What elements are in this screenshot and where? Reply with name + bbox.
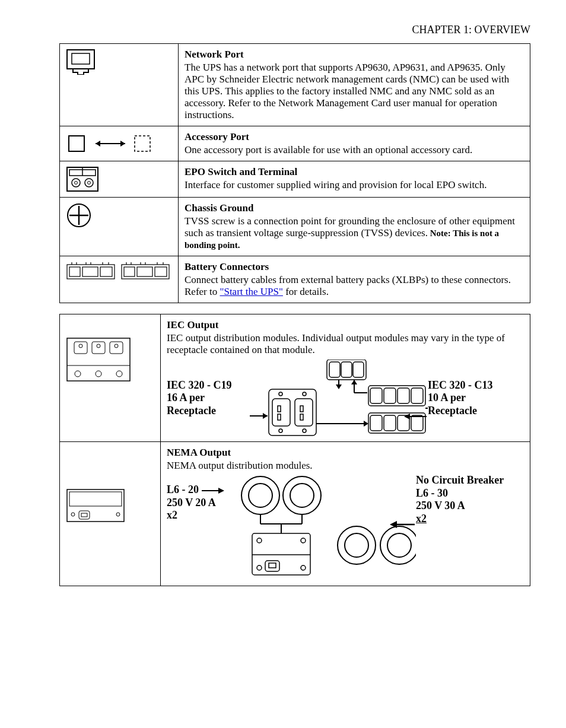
- accessory-swap-icon: [66, 131, 155, 155]
- title-ground: Chassis Ground: [185, 202, 524, 214]
- svg-marker-71: [364, 421, 368, 427]
- svg-point-102: [257, 538, 262, 543]
- epo-terminal-icon: [66, 166, 99, 192]
- arrow-left-icon: [389, 520, 415, 529]
- svg-point-109: [338, 526, 376, 564]
- nema-module-icon: [66, 488, 125, 523]
- svg-rect-55: [272, 399, 290, 426]
- svg-point-43: [115, 344, 118, 348]
- title-accessory: Accessory Port: [185, 131, 524, 143]
- svg-point-110: [345, 533, 368, 557]
- svg-marker-49: [263, 413, 268, 419]
- iec-diagram-icon: [250, 360, 428, 437]
- svg-rect-75: [398, 388, 409, 403]
- svg-rect-76: [411, 388, 423, 403]
- icon-cell-ground: [60, 198, 179, 256]
- svg-point-95: [283, 476, 321, 514]
- svg-rect-72: [368, 386, 425, 406]
- label-l620: L6 - 20 250 V 20 A x2: [167, 474, 238, 522]
- svg-marker-84: [404, 414, 410, 419]
- svg-marker-68: [351, 380, 357, 384]
- label-c13-unit: Receptacle: [428, 405, 477, 417]
- title-nema: NEMA Output: [167, 447, 524, 459]
- svg-point-104: [257, 565, 262, 570]
- svg-point-94: [249, 484, 272, 507]
- svg-rect-58: [278, 414, 281, 420]
- desc-epo: EPO Switch and Terminal Interface for cu…: [179, 161, 530, 198]
- svg-rect-19: [82, 267, 98, 276]
- iec-module-icon: [66, 337, 131, 382]
- desc-accessory: Accessory Port One accessory port is ava…: [179, 126, 530, 161]
- row-accessory-port: Accessory Port One accessory port is ava…: [60, 126, 530, 161]
- svg-rect-0: [67, 50, 94, 69]
- desc-nema: NEMA Output NEMA output distribution mod…: [161, 442, 530, 586]
- svg-point-51: [279, 392, 282, 396]
- body-accessory: One accessory port is available for use …: [185, 144, 524, 156]
- svg-point-45: [96, 371, 101, 377]
- body-nema: NEMA output distribution modules.: [167, 460, 524, 472]
- svg-rect-78: [370, 415, 382, 431]
- output-modules-table: IEC Output IEC output distribution modul…: [59, 314, 530, 586]
- svg-point-12: [85, 179, 93, 187]
- svg-rect-85: [67, 489, 124, 522]
- battery-connectors-icon: [66, 261, 170, 281]
- desc-battery: Battery Connectors Connect battery cable…: [179, 256, 530, 303]
- title-network: Network Port: [185, 49, 524, 61]
- svg-point-52: [303, 392, 306, 396]
- svg-rect-90: [81, 513, 87, 517]
- icon-cell-epo: [60, 161, 179, 198]
- svg-marker-114: [390, 521, 397, 528]
- svg-rect-101: [252, 533, 310, 575]
- body-epo: Interface for customer supplied wiring a…: [185, 179, 524, 191]
- svg-rect-86: [69, 492, 122, 506]
- svg-point-41: [79, 344, 82, 348]
- body-network: The UPS has a network port that supports…: [185, 62, 524, 121]
- row-epo: EPO Switch and Terminal Interface for cu…: [60, 161, 530, 198]
- svg-point-42: [97, 344, 100, 348]
- chassis-ground-icon: [66, 202, 92, 228]
- svg-rect-74: [384, 388, 396, 403]
- svg-point-96: [290, 484, 314, 507]
- page: CHAPTER 1: OVERVIEW Network Port The UPS…: [0, 0, 566, 632]
- row-nema-output: NEMA Output NEMA output distribution mod…: [60, 442, 530, 586]
- svg-point-11: [75, 182, 78, 185]
- svg-rect-62: [329, 362, 340, 377]
- svg-rect-64: [353, 362, 364, 377]
- svg-rect-63: [341, 362, 352, 377]
- icon-cell-nema: [60, 442, 161, 586]
- svg-point-88: [116, 513, 120, 516]
- label-c19: IEC 320 - C19 16 A per Receptacle: [167, 379, 250, 418]
- svg-point-13: [88, 182, 91, 185]
- svg-point-46: [116, 371, 122, 377]
- svg-rect-107: [265, 561, 279, 571]
- link-start-ups[interactable]: "Start the UPS": [220, 286, 282, 297]
- svg-rect-79: [384, 415, 396, 431]
- svg-rect-108: [269, 563, 276, 568]
- svg-rect-1: [72, 53, 90, 64]
- label-c13-spec: 10 A per: [428, 392, 466, 403]
- icon-cell-network: [60, 44, 179, 126]
- rj45-port-icon: [66, 49, 96, 75]
- svg-rect-50: [269, 389, 316, 435]
- title-epo: EPO Switch and Terminal: [185, 166, 524, 178]
- svg-point-87: [71, 513, 75, 516]
- svg-rect-29: [137, 267, 152, 276]
- body-battery-suffix: for details.: [283, 286, 329, 297]
- row-chassis-ground: Chassis Ground TVSS screw is a connectio…: [60, 198, 530, 256]
- svg-point-44: [75, 371, 81, 377]
- components-table: Network Port The UPS has a network port …: [59, 43, 530, 303]
- svg-point-93: [241, 476, 279, 514]
- svg-point-54: [303, 429, 306, 433]
- body-iec: IEC output distribution modules. Individ…: [167, 332, 524, 356]
- svg-point-105: [301, 565, 306, 570]
- arrow-right-icon: [202, 487, 225, 494]
- row-battery-conn: Battery Connectors Connect battery cable…: [60, 256, 530, 303]
- svg-rect-20: [100, 267, 112, 276]
- svg-rect-28: [124, 267, 135, 276]
- label-c13-name: IEC 320 - C13: [428, 379, 493, 391]
- page-header: CHAPTER 1: OVERVIEW: [59, 24, 530, 36]
- svg-marker-92: [218, 488, 224, 494]
- svg-rect-56: [295, 399, 313, 426]
- svg-point-53: [279, 429, 282, 433]
- svg-point-103: [301, 538, 306, 543]
